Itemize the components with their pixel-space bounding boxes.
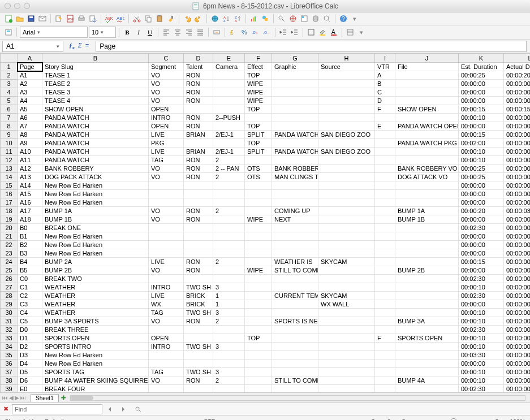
cell[interactable]: Est. Duration: [459, 63, 504, 71]
row-header[interactable]: 33: [1, 334, 18, 343]
cell[interactable]: PANDA WATCH: [42, 131, 149, 139]
format-paintbrush-button[interactable]: [166, 14, 176, 24]
cell[interactable]: RON: [184, 317, 213, 326]
sum-button[interactable]: Σ: [78, 42, 82, 50]
cell[interactable]: [395, 114, 459, 122]
cell[interactable]: [272, 360, 318, 368]
cell[interactable]: 00:00:00: [504, 131, 531, 139]
cell[interactable]: [395, 258, 459, 266]
prev-sheet-button[interactable]: ◀: [9, 395, 14, 401]
cell-reference-input[interactable]: A1▾: [2, 41, 63, 52]
cell[interactable]: [184, 249, 213, 258]
row-header[interactable]: 10: [1, 139, 18, 148]
cell[interactable]: SPORTS OPEN: [395, 334, 459, 343]
row-header[interactable]: 8: [1, 122, 18, 131]
cell[interactable]: 00:00:00: [459, 215, 504, 224]
cell[interactable]: Effect: [245, 63, 272, 71]
cell[interactable]: [375, 317, 395, 326]
cell[interactable]: BREAK TWO: [42, 275, 149, 283]
cell[interactable]: [318, 156, 375, 164]
cell[interactable]: [213, 122, 245, 131]
new-doc-button[interactable]: [3, 14, 14, 24]
cell[interactable]: SPORTS IS NEXT: [272, 317, 318, 326]
cell[interactable]: A8: [18, 131, 42, 139]
cell[interactable]: C4: [18, 309, 42, 317]
cell[interactable]: [149, 385, 184, 393]
cell[interactable]: 00:03:30: [459, 351, 504, 360]
cell[interactable]: B1: [18, 232, 42, 241]
cell[interactable]: 2--PUSH: [213, 114, 245, 122]
cell[interactable]: [318, 232, 375, 241]
horizontal-scrollbar[interactable]: [70, 395, 525, 401]
row-header[interactable]: 18: [1, 207, 18, 215]
cell[interactable]: [395, 224, 459, 232]
cell[interactable]: [272, 334, 318, 343]
cell[interactable]: A6: [18, 114, 42, 122]
cell[interactable]: Page: [18, 63, 42, 71]
cell[interactable]: New Row Ed Harken: [42, 181, 149, 190]
cell[interactable]: [213, 334, 245, 343]
cell[interactable]: 00:00:10: [459, 317, 504, 326]
cell[interactable]: WIPE: [245, 215, 272, 224]
cell[interactable]: 00:00:00: [504, 88, 531, 97]
add-decimal-button[interactable]: .0+: [251, 27, 261, 37]
cell[interactable]: New Row Ed Harken: [42, 351, 149, 360]
align-right-button[interactable]: [184, 27, 194, 37]
email-button[interactable]: [37, 14, 48, 24]
cell[interactable]: 00:00:00: [504, 148, 531, 156]
cell[interactable]: [318, 385, 375, 393]
cell[interactable]: [272, 114, 318, 122]
row-header[interactable]: 12: [1, 156, 18, 164]
cell[interactable]: INTRO: [149, 114, 184, 122]
cell[interactable]: [395, 368, 459, 376]
next-sheet-button[interactable]: ▶: [15, 395, 19, 401]
column-header[interactable]: D: [184, 54, 213, 63]
cell[interactable]: 00:00:00: [504, 266, 531, 275]
find-all-button[interactable]: [133, 404, 143, 414]
cell[interactable]: [184, 275, 213, 283]
cell[interactable]: [375, 241, 395, 249]
cell[interactable]: A2: [18, 80, 42, 88]
row-header[interactable]: 14: [1, 173, 18, 181]
cell[interactable]: 2: [213, 376, 245, 385]
cell[interactable]: SPORTS OPEN: [42, 334, 149, 343]
cell[interactable]: A3: [18, 88, 42, 97]
row-header[interactable]: 1: [1, 63, 18, 71]
cell[interactable]: SAN DIEGO ZOO: [318, 148, 375, 156]
percent-button[interactable]: %: [239, 27, 249, 37]
sort-desc-button[interactable]: ZA: [232, 14, 243, 24]
cell[interactable]: [213, 139, 245, 148]
cell[interactable]: PANDA WATCH PKG: [395, 139, 459, 148]
cell[interactable]: 00:00:00: [504, 292, 531, 300]
cell[interactable]: [318, 266, 375, 275]
cell[interactable]: 00:00:00: [504, 173, 531, 181]
cell[interactable]: 00:00:00: [504, 334, 531, 343]
cell[interactable]: RON: [184, 215, 213, 224]
column-header[interactable]: B: [42, 54, 149, 63]
cell[interactable]: 00:00:00: [459, 97, 504, 105]
cell[interactable]: [318, 334, 375, 343]
cell[interactable]: 00:00:15: [504, 105, 531, 114]
increase-indent-button[interactable]: [290, 27, 300, 37]
cell[interactable]: New Row Ed Harken: [42, 198, 149, 207]
merge-cells-button[interactable]: [212, 27, 222, 37]
cell[interactable]: E0: [18, 385, 42, 393]
cell[interactable]: [245, 326, 272, 334]
cell[interactable]: SKYCAM: [318, 258, 375, 266]
cell[interactable]: 00:00:10: [459, 343, 504, 351]
cell[interactable]: 2: [213, 207, 245, 215]
cell[interactable]: PANDA WATCH: [42, 139, 149, 148]
cell[interactable]: [184, 139, 213, 148]
cell[interactable]: 00:02:30: [459, 326, 504, 334]
underline-button[interactable]: U: [145, 27, 155, 37]
cell[interactable]: [245, 283, 272, 292]
cell[interactable]: TAG: [149, 156, 184, 164]
cell[interactable]: F: [375, 105, 395, 114]
cell[interactable]: A13: [18, 173, 42, 181]
row-header[interactable]: 7: [1, 114, 18, 122]
formula-input[interactable]: [96, 41, 527, 52]
cell[interactable]: VO: [149, 97, 184, 105]
cell[interactable]: BUMP 1A: [42, 207, 149, 215]
cell[interactable]: [245, 207, 272, 215]
row-header[interactable]: 27: [1, 283, 18, 292]
